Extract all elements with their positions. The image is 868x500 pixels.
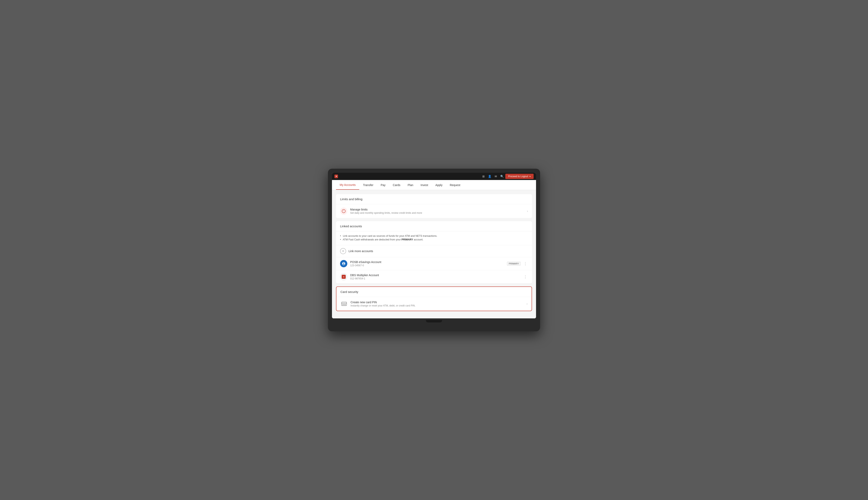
nav-apply[interactable]: Apply [432,181,446,190]
linked-accounts-header: Linked accounts [336,221,532,231]
dbs-account-name: DBS Multiplier Account [350,274,523,277]
nav-transfer[interactable]: Transfer [359,181,377,190]
notch-bump [426,320,442,322]
search-icon[interactable]: 🔍 [500,175,504,178]
nav-cards[interactable]: Cards [389,181,404,190]
dbs-account-number: 012-987654-1 [350,277,523,280]
dbs-account-row[interactable]: ✕ DBS Multiplier Account 012-987654-1 ⋮ [336,270,532,283]
manage-limits-icon [340,207,347,215]
posb-account-menu[interactable]: ⋮ [523,261,528,266]
mail-icon[interactable]: ✉ [495,175,497,178]
dbs-icon-inner: ✕ [342,275,346,279]
share-icon[interactable]: ⊞ [482,175,485,178]
linked-accounts-section: Linked accounts • Link accounts to your … [336,221,532,283]
main-content: Limits and billing Manage limits Set dai… [332,190,536,318]
linked-desc-2: • ATM Fast Cash withdrawals are deducted… [340,238,528,241]
nav-my-accounts[interactable]: My Accounts [336,180,359,190]
link-more-label: Link more accounts [349,250,373,253]
manage-limits-text: Manage limits Set daily and monthly spen… [350,208,527,214]
browser-icons: ⊞ 👤 ✉ 🔍 [482,175,504,178]
limits-billing-header: Limits and billing [336,194,532,204]
logout-icon: ↪ [529,175,531,178]
proceed-logout-button[interactable]: Proceed to Logout ↪ [505,174,534,179]
posb-account-info: POSB eSavings Account 123-34567-0 [350,260,507,267]
browser-bar: ✕ ⊞ 👤 ✉ 🔍 Proceed to Logout ↪ [332,173,536,180]
card-pin-icon [341,300,348,307]
manage-limits-row[interactable]: Manage limits Set daily and monthly spen… [336,204,532,218]
dbs-account-menu[interactable]: ⋮ [523,274,528,279]
svg-point-5 [343,305,343,305]
manage-limits-title: Manage limits [350,208,527,211]
linked-desc-1: • Link accounts to your card as sources … [340,235,528,237]
card-pin-title: Create new card PIN [351,300,527,304]
nav-bar: My Accounts Transfer Pay Cards Plan Inve… [332,180,536,190]
dbs-account-icon: ✕ [340,273,347,281]
manage-limits-desc: Set daily and monthly spending limits, r… [350,212,527,214]
card-security-header: Card security [336,287,532,297]
close-button[interactable]: ✕ [334,174,338,178]
svg-rect-3 [342,302,347,306]
posb-account-row[interactable]: POSB eSavings Account 123-34567-0 PRIMAR… [336,257,532,270]
posb-account-name: POSB eSavings Account [350,260,507,264]
card-pin-text: Create new card PIN Instantly change or … [351,300,527,307]
screen: ✕ ⊞ 👤 ✉ 🔍 Proceed to Logout ↪ My Account… [332,173,536,318]
linked-accounts-desc-area: • Link accounts to your card as sources … [336,231,532,245]
card-security-section: Card security Create new card PIN [336,286,532,311]
nav-pay[interactable]: Pay [377,181,389,190]
create-card-pin-row[interactable]: Create new card PIN Instantly change or … [336,297,532,311]
svg-point-7 [345,305,346,305]
link-more-accounts-row[interactable]: + Link more accounts [336,245,532,257]
profile-icon[interactable]: 👤 [488,175,491,178]
nav-plan[interactable]: Plan [404,181,417,190]
nav-invest[interactable]: Invest [417,181,432,190]
manage-limits-chevron: › [527,209,528,213]
nav-request[interactable]: Request [446,181,464,190]
svg-point-6 [344,305,344,305]
primary-badge: PRIMARY [507,262,521,266]
laptop-frame: ✕ ⊞ 👤 ✉ 🔍 Proceed to Logout ↪ My Account… [328,169,540,331]
laptop-notch [332,319,536,323]
limits-billing-section: Limits and billing Manage limits Set dai… [336,194,532,218]
dbs-account-info: DBS Multiplier Account 012-987654-1 [350,274,523,280]
proceed-logout-label: Proceed to Logout [508,175,528,178]
posb-account-number: 123-34567-0 [350,264,507,267]
posb-account-icon [340,260,347,267]
card-pin-chevron: › [527,302,527,306]
card-pin-desc: Instantly change or reset your ATM, debi… [351,304,527,307]
plus-circle-icon: + [340,248,346,254]
